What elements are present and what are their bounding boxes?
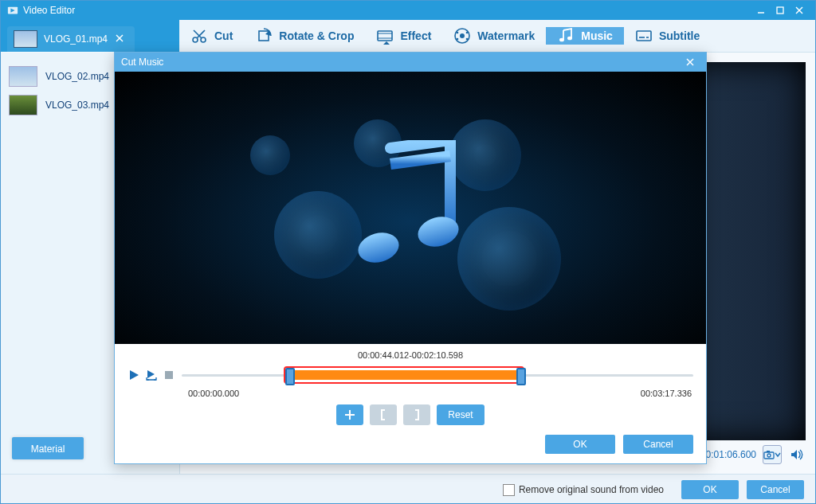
play-button[interactable] [128, 369, 140, 381]
range-slider[interactable] [182, 363, 693, 387]
selected-range-label: 00:00:44.012-00:02:10.598 [128, 350, 693, 360]
dialog-title-bar: Cut Music [115, 53, 706, 72]
svg-marker-38 [147, 370, 155, 378]
set-start-button[interactable] [370, 404, 397, 425]
start-time-label: 00:00:00.000 [188, 389, 239, 398]
app-window: Video Editor VLOG_01.mp4 Cut Rotate & C [0, 0, 816, 504]
add-segment-button[interactable] [336, 404, 363, 425]
music-preview [115, 72, 706, 344]
svg-rect-40 [165, 371, 173, 379]
set-end-button[interactable] [403, 404, 430, 425]
bracket-right-icon [412, 408, 422, 421]
play-icon [128, 369, 139, 381]
time-endpoints: 00:00:00.000 00:03:17.336 [128, 389, 693, 398]
stop-button[interactable] [163, 369, 175, 381]
music-note-icon [347, 140, 474, 275]
playback-row [128, 363, 693, 387]
svg-marker-37 [130, 370, 139, 380]
plus-icon [344, 409, 355, 420]
stop-icon [164, 370, 174, 380]
cut-music-dialog: Cut Music [114, 52, 707, 464]
bracket-left-icon [379, 408, 388, 421]
range-selection [290, 370, 518, 380]
end-time-label: 00:03:17.336 [641, 389, 692, 398]
play-selection-button[interactable] [145, 369, 158, 381]
range-start-handle[interactable] [285, 368, 295, 385]
range-end-handle[interactable] [516, 368, 526, 385]
dialog-actions: OK Cancel [128, 425, 693, 454]
reset-button[interactable]: Reset [437, 404, 484, 425]
dialog-body: 00:00:44.012-00:02:10.598 [115, 344, 706, 463]
play-range-icon [145, 369, 158, 381]
dialog-title: Cut Music [121, 57, 163, 68]
cut-tools: Reset [128, 404, 693, 425]
playback-controls [128, 369, 175, 381]
dialog-cancel-button[interactable]: Cancel [623, 435, 693, 454]
dialog-ok-button[interactable]: OK [545, 435, 615, 454]
dialog-close-button[interactable] [681, 55, 700, 69]
